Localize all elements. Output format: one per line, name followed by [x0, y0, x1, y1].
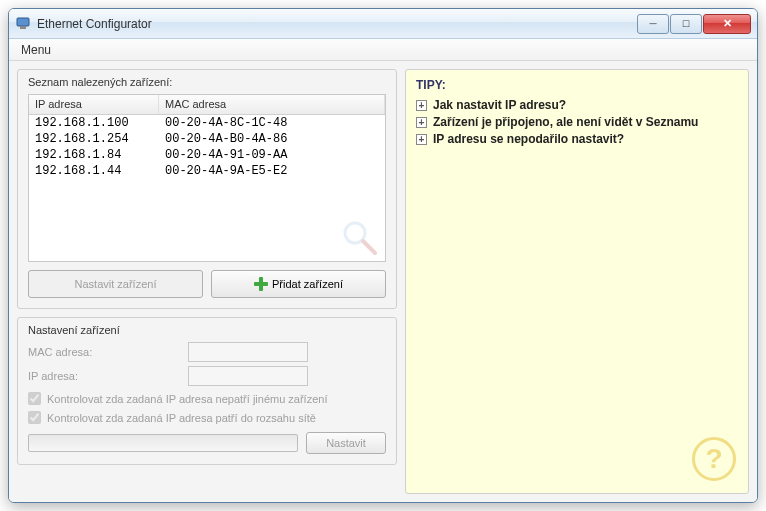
apply-button[interactable]: Nastavit	[306, 432, 386, 454]
cell-mac: 00-20-4A-8C-1C-48	[159, 116, 385, 130]
settings-bottom: Nastavit	[28, 432, 386, 454]
cell-mac: 00-20-4A-91-09-AA	[159, 148, 385, 162]
mac-label: MAC adresa:	[28, 346, 188, 358]
mac-row: MAC adresa:	[28, 342, 386, 362]
checkbox-ip-conflict[interactable]	[28, 392, 41, 405]
device-list-group: Seznam nalezených zařízení: IP adresa MA…	[17, 69, 397, 309]
app-icon	[15, 16, 31, 32]
ip-label: IP adresa:	[28, 370, 188, 382]
device-settings-group: Nastavení zařízení MAC adresa: IP adresa…	[17, 317, 397, 465]
expand-icon[interactable]: +	[416, 117, 427, 128]
tip-item[interactable]: + IP adresu se nepodařilo nastavit?	[416, 132, 738, 146]
tip-item[interactable]: + Jak nastavit IP adresu?	[416, 98, 738, 112]
table-row[interactable]: 192.168.1.84 00-20-4A-91-09-AA	[29, 147, 385, 163]
svg-rect-0	[17, 18, 29, 26]
content-area: Seznam nalezených zařízení: IP adresa MA…	[9, 61, 757, 502]
set-device-button[interactable]: Nastavit zařízení	[28, 270, 203, 298]
col-header-mac[interactable]: MAC adresa	[159, 95, 385, 114]
device-list[interactable]: IP adresa MAC adresa 192.168.1.100 00-20…	[28, 94, 386, 262]
tips-title: TIPY:	[416, 78, 738, 92]
menubar: Menu	[9, 39, 757, 61]
cell-ip: 192.168.1.84	[29, 148, 159, 162]
help-icon[interactable]: ?	[692, 437, 736, 481]
table-row[interactable]: 192.168.1.254 00-20-4A-B0-4A-86	[29, 131, 385, 147]
cell-mac: 00-20-4A-B0-4A-86	[159, 132, 385, 146]
device-buttons: Nastavit zařízení Přidat zařízení	[28, 270, 386, 298]
cell-ip: 192.168.1.44	[29, 164, 159, 178]
checkbox-ip-range[interactable]	[28, 411, 41, 424]
list-header: IP adresa MAC adresa	[29, 95, 385, 115]
mac-input[interactable]	[188, 342, 308, 362]
progress-bar	[28, 434, 298, 452]
cell-ip: 192.168.1.254	[29, 132, 159, 146]
list-body: 192.168.1.100 00-20-4A-8C-1C-48 192.168.…	[29, 115, 385, 179]
ip-row: IP adresa:	[28, 366, 386, 386]
app-window: Ethernet Configurator Menu Seznam naleze…	[8, 8, 758, 503]
tip-item[interactable]: + Zařízení je připojeno, ale není vidět …	[416, 115, 738, 129]
expand-icon[interactable]: +	[416, 100, 427, 111]
check-ip-range[interactable]: Kontrolovat zda zadaná IP adresa patří d…	[28, 411, 386, 424]
add-device-button[interactable]: Přidat zařízení	[211, 270, 386, 298]
minimize-button[interactable]	[637, 14, 669, 34]
expand-icon[interactable]: +	[416, 134, 427, 145]
table-row[interactable]: 192.168.1.44 00-20-4A-9A-E5-E2	[29, 163, 385, 179]
cell-ip: 192.168.1.100	[29, 116, 159, 130]
svg-line-3	[363, 241, 375, 253]
tips-panel: TIPY: + Jak nastavit IP adresu? + Zaříze…	[405, 69, 749, 494]
device-list-title: Seznam nalezených zařízení:	[28, 76, 386, 88]
titlebar[interactable]: Ethernet Configurator	[9, 9, 757, 39]
maximize-button[interactable]	[670, 14, 702, 34]
col-header-ip[interactable]: IP adresa	[29, 95, 159, 114]
check-ip-conflict[interactable]: Kontrolovat zda zadaná IP adresa nepatří…	[28, 392, 386, 405]
left-panel: Seznam nalezených zařízení: IP adresa MA…	[17, 69, 397, 494]
window-title: Ethernet Configurator	[37, 17, 637, 31]
svg-rect-1	[20, 26, 26, 29]
menu-item-menu[interactable]: Menu	[15, 41, 57, 59]
ip-input[interactable]	[188, 366, 308, 386]
settings-title: Nastavení zařízení	[28, 324, 386, 336]
table-row[interactable]: 192.168.1.100 00-20-4A-8C-1C-48	[29, 115, 385, 131]
cell-mac: 00-20-4A-9A-E5-E2	[159, 164, 385, 178]
plus-icon	[254, 277, 268, 291]
search-icon	[339, 217, 379, 257]
close-button[interactable]	[703, 14, 751, 34]
window-controls	[637, 14, 751, 34]
